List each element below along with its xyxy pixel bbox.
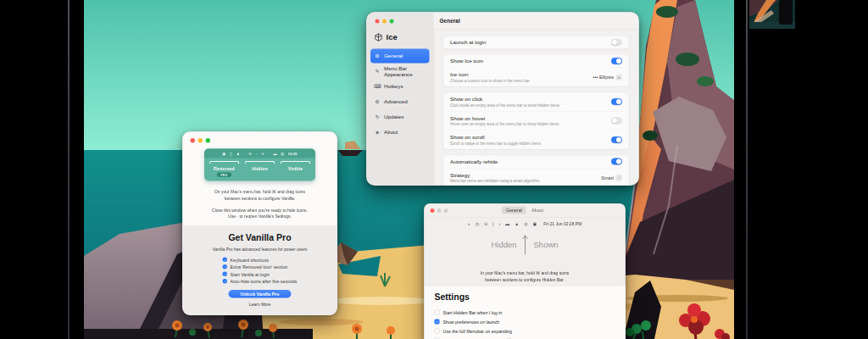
menu-bar-icon: ✈	[262, 152, 265, 156]
menu-bar-icon: ▣	[222, 152, 225, 156]
zoom-button[interactable]	[206, 138, 211, 143]
show-on-click-toggle[interactable]	[611, 98, 622, 105]
ice-cube-icon	[375, 33, 383, 42]
desktop: Ice ⚙ General ✎ Menu Bar Appearance ⌨ Ho…	[0, 0, 868, 339]
menu-bar-icon: ▥	[281, 152, 284, 156]
sidebar-item-updates[interactable]: ↻ Updates	[370, 110, 430, 125]
check-circle-icon: ✓	[223, 258, 228, 263]
close-button[interactable]	[191, 138, 196, 143]
screen-fragment	[749, 0, 795, 29]
minimize-button[interactable]	[382, 19, 387, 24]
row-label: Strategy	[450, 172, 540, 178]
row-sublabel: Menu bar items are rehidden using a smar…	[450, 179, 540, 183]
gear-icon: ⚙	[374, 53, 381, 59]
ice-icon-row: Ice icon Choose a custom icon to show in…	[443, 68, 629, 87]
check-circle-icon: ✓	[223, 272, 228, 277]
app-title: Ice	[387, 33, 398, 42]
bracket-shape	[209, 161, 239, 164]
window-controls	[376, 19, 434, 24]
ice-main-panel: General Launch at login Show Ice icon	[434, 13, 639, 186]
show-on-hover-toggle[interactable]	[611, 118, 622, 125]
tab-general[interactable]: General	[502, 207, 526, 214]
hidden-shown-indicator: Hidden Shown	[425, 234, 626, 256]
check-circle-icon: ✓	[223, 264, 228, 270]
instruction-text: In your Mac's menu bar, hold ⌘ and drag …	[425, 270, 626, 284]
automatically-rehide-toggle[interactable]	[611, 158, 622, 165]
bracket-shape	[245, 161, 275, 164]
sidebar-item-hotkeys[interactable]: ⌨ Hotkeys	[370, 80, 430, 94]
pro-section: Get Vanilla Pro Vanilla Pro has advanced…	[183, 226, 337, 315]
tab-about[interactable]: About	[527, 207, 548, 214]
learn-more-link[interactable]: Learn More	[183, 302, 337, 307]
sidebar-item-label: Advanced	[384, 99, 408, 105]
feature-item: ✓ Start Vanilla at login	[223, 270, 298, 278]
shown-label: Shown	[534, 240, 559, 249]
vanilla-window: ▣ ◻ ♟ · ⚙ ◔ ✈ · ▬ ▥ 12:05 Removed PRO	[182, 131, 337, 315]
show-ice-icon-row: Show Ice icon	[443, 55, 629, 68]
sidebar-item-about[interactable]: ◈ About	[370, 125, 430, 140]
chevron-icon: ›	[499, 221, 501, 226]
check-circle-icon: ✓	[223, 279, 228, 284]
checkbox-row-full-menubar: ✓ Use the full Menubar on expanding	[435, 326, 626, 336]
right-divider-line	[746, 0, 748, 339]
row-label: Show Ice icon	[450, 58, 483, 64]
app-logo: Ice	[375, 33, 434, 42]
window-controls	[191, 138, 337, 143]
feature-item: ✓ Extra 'Removed Icon' section	[223, 264, 298, 271]
ice-icon-dropdown[interactable]: ••• Ellipsis ∨	[593, 74, 622, 81]
sidebar-item-menu-bar-appearance[interactable]: ✎ Menu Bar Appearance	[370, 64, 430, 79]
paintbrush-icon: ✎	[374, 69, 381, 75]
feature-item: ✓ Auto-hide icons after five seconds	[223, 278, 298, 286]
section-hidden: Hidden	[243, 161, 276, 177]
row-label: Show on click	[450, 97, 559, 103]
battery-icon: ▣	[533, 221, 537, 226]
cube-icon: ◈	[374, 130, 381, 136]
update-icon: ↻	[374, 114, 381, 120]
menubar-sections: Removed PRO Hidden Visible	[204, 158, 315, 178]
row-sublabel: Hover over an empty area of the menu bar…	[450, 122, 559, 126]
checkbox-label: Use the full Menubar on expanding	[443, 329, 512, 334]
sidebar-item-label: General	[384, 53, 403, 59]
show-preferences-checkbox[interactable]: ✓	[435, 320, 440, 325]
wifi-icon: ▲	[515, 221, 519, 226]
section-label: Hidden	[252, 166, 268, 171]
feature-list: ✓ Keyboard shortcuts ✓ Extra 'Removed Ic…	[223, 256, 298, 285]
unlock-vanilla-pro-button[interactable]: Unlock Vanilla Pro	[229, 290, 292, 298]
menu-bar-icon: ⚙	[248, 152, 252, 156]
close-button[interactable]	[376, 19, 380, 24]
row-sublabel: Scroll or swipe in the menu bar to toggl…	[450, 142, 541, 146]
instructions-1: On your Mac's menu bar, hold ⌘ and drag …	[183, 189, 337, 202]
left-divider-line	[68, 0, 70, 339]
strategy-stepper[interactable]: Smart ↕	[601, 175, 622, 181]
settings-group: Launch at login	[443, 36, 630, 49]
zoom-button[interactable]	[390, 19, 394, 24]
minimize-button[interactable]	[198, 138, 203, 143]
sidebar-item-label: Updates	[384, 114, 403, 120]
feature-label: Extra 'Removed Icon' section	[231, 264, 288, 270]
section-label: Removed	[214, 166, 235, 171]
checkbox-label: Show preferences on launch	[443, 320, 500, 325]
row-label: Show on hover	[450, 115, 559, 121]
full-menubar-checkbox[interactable]: ✓	[435, 329, 440, 334]
pill-icon: ▬	[505, 221, 509, 226]
show-on-scroll-toggle[interactable]	[611, 136, 622, 143]
strategy-row: Strategy Menu bar items are rehidden usi…	[443, 168, 629, 186]
menu-bar-icon: ◻	[230, 152, 233, 156]
automatically-rehide-row: Automatically rehide	[443, 155, 629, 168]
pro-title: Get Vanilla Pro	[183, 233, 337, 243]
show-ice-icon-toggle[interactable]	[611, 58, 622, 64]
circle-a-icon: ⊙	[484, 221, 487, 226]
row-label: Ice icon	[450, 72, 530, 78]
launch-at-login-toggle[interactable]	[611, 39, 622, 46]
row-sublabel: Choose a custom icon to show in the menu…	[450, 79, 530, 83]
menubar-clock: Fri 21 Jun 02:28 PM	[543, 221, 581, 226]
launch-at-login-row: Launch at login	[443, 36, 629, 49]
menubar-illustration: ▣ ◻ ♟ · ⚙ ◔ ✈ · ▬ ▥ 12:05 Removed PRO	[204, 149, 315, 181]
feature-label: Keyboard shortcuts	[231, 257, 269, 262]
stopwatch-icon: ◷	[476, 221, 479, 226]
section-label: Visible	[288, 166, 303, 171]
sidebar-item-general[interactable]: ⚙ General	[370, 49, 430, 64]
sidebar-item-label: About	[384, 130, 398, 136]
sidebar-item-advanced[interactable]: ⚙ Advanced	[370, 95, 430, 109]
start-at-login-checkbox[interactable]: ✓	[435, 310, 440, 315]
